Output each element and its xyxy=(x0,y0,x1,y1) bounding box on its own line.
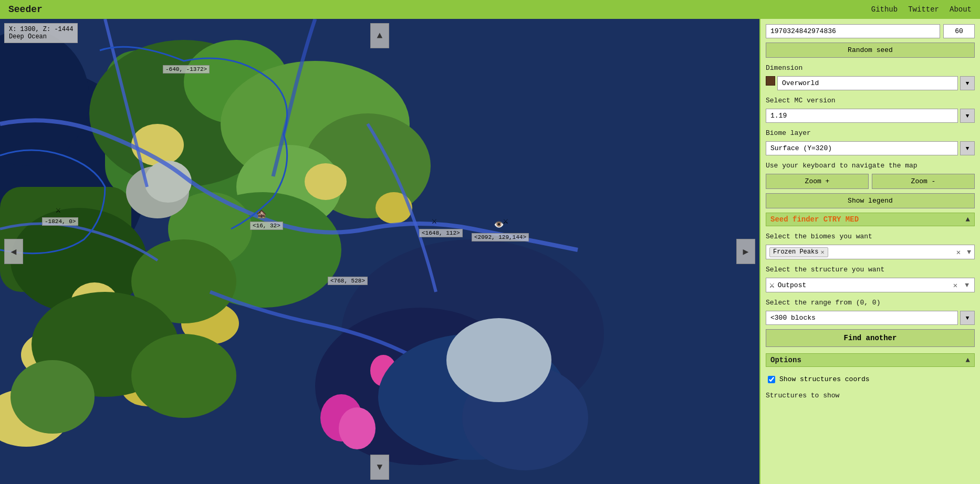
map-area[interactable]: X: 1300, Z: -1444 Deep Ocean -640, -1372… xyxy=(0,19,759,484)
structure-icon-4[interactable]: 👁️ xyxy=(494,219,504,230)
map-label-2: <16, 32> xyxy=(250,222,283,230)
biome-layer-select[interactable]: Surface (Y=320) xyxy=(766,141,958,155)
map-label-5: <768, 528> xyxy=(328,277,368,285)
dimension-icon xyxy=(766,76,775,86)
main-layout: X: 1300, Z: -1444 Deep Ocean -640, -1372… xyxy=(0,19,980,484)
options-header[interactable]: Options ▲ xyxy=(766,353,975,367)
options-title: Options xyxy=(770,356,801,364)
biome-dropdown-arrow[interactable]: ▼ xyxy=(967,248,971,256)
mc-version-select[interactable]: 1.19 xyxy=(766,109,958,123)
show-legend-button[interactable]: Show legend xyxy=(766,193,975,208)
nav-right-button[interactable]: ▶ xyxy=(736,239,755,264)
zoom-plus-button[interactable]: Zoom + xyxy=(766,174,869,189)
biome-layer-dropdown-btn[interactable]: ▼ xyxy=(960,141,975,155)
structure-label: Select the structure you want xyxy=(766,266,975,273)
range-label: Select the range from (0, 0) xyxy=(766,299,975,307)
nav-down-button[interactable]: ▼ xyxy=(370,455,389,480)
structure-clear-btn[interactable]: ✕ xyxy=(951,281,960,290)
map-coords-display: X: 1300, Z: -1444 Deep Ocean xyxy=(4,23,78,43)
structure-row[interactable]: ⚔️ Outpost ✕ ▼ xyxy=(766,278,975,292)
range-dropdown-btn[interactable]: ▼ xyxy=(960,311,975,325)
svg-point-34 xyxy=(446,318,551,402)
map-label-3: <1648, 112> xyxy=(419,229,463,237)
version-input[interactable] xyxy=(943,24,975,38)
structure-dropdown-arrow[interactable]: ▼ xyxy=(963,281,971,289)
biome-tag: Frozen Peaks ✕ xyxy=(769,247,828,257)
mc-version-label: Select MC version xyxy=(766,97,975,104)
range-select[interactable]: <300 blocks xyxy=(766,311,958,325)
show-coords-row: Show structures coords xyxy=(766,374,975,384)
find-another-button[interactable]: Find another xyxy=(766,329,975,347)
svg-point-31 xyxy=(339,407,376,449)
right-panel: Random seed Dimension Overworld ▼ Select… xyxy=(759,19,980,484)
biomes-label: Select the biomes you want xyxy=(766,233,975,240)
random-seed-button[interactable]: Random seed xyxy=(766,43,975,58)
range-row: <300 blocks ▼ xyxy=(766,311,975,325)
map-label-1: -1824, 0> xyxy=(42,217,78,226)
structures-to-show-label: Structures to show xyxy=(766,392,975,399)
structure-icon-3[interactable]: ⚔️ xyxy=(432,216,437,226)
biome-layer-row: Surface (Y=320) ▼ xyxy=(766,141,975,155)
mc-version-dropdown-btn[interactable]: ▼ xyxy=(960,109,975,123)
biome-clear-btn[interactable]: ✕ xyxy=(954,248,963,257)
map-biome-name: Deep Ocean xyxy=(9,33,73,40)
twitter-link[interactable]: Twitter xyxy=(908,5,939,14)
zoom-row: Zoom + Zoom - xyxy=(766,174,975,189)
about-link[interactable]: About xyxy=(950,5,972,14)
svg-point-27 xyxy=(131,334,236,418)
seed-finder-title: Seed finder CTRY MED xyxy=(770,215,859,224)
seed-input[interactable] xyxy=(766,24,940,38)
nav-links: Github Twitter About xyxy=(871,5,972,14)
zoom-minus-button[interactable]: Zoom - xyxy=(872,174,975,189)
dimension-dropdown-btn[interactable]: ▼ xyxy=(960,76,975,90)
seed-row xyxy=(766,24,975,38)
dimension-select[interactable]: Overworld xyxy=(777,76,958,90)
show-coords-checkbox[interactable] xyxy=(768,376,775,383)
svg-point-14 xyxy=(305,163,347,200)
keyboard-hint: Use your keyboard to navigate the map xyxy=(766,162,975,170)
github-link[interactable]: Github xyxy=(871,5,898,14)
structure-name: Outpost xyxy=(778,281,948,289)
show-coords-label[interactable]: Show structures coords xyxy=(779,375,870,383)
biome-tag-row[interactable]: Frozen Peaks ✕ ✕ ▼ xyxy=(766,245,975,259)
map-label-0: -640, -1372> xyxy=(163,65,210,73)
structure-icon-5[interactable]: ⚔️ xyxy=(503,216,508,226)
nav-up-button[interactable]: ▲ xyxy=(370,23,389,48)
dimension-row: Overworld ▼ xyxy=(766,76,975,90)
seed-finder-header[interactable]: Seed finder CTRY MED ▲ xyxy=(766,213,975,226)
map-label-4: <2092, 129,144> xyxy=(472,233,529,241)
nav-left-button[interactable]: ◀ xyxy=(4,239,23,264)
mc-version-row: 1.19 ▼ xyxy=(766,109,975,123)
svg-point-28 xyxy=(11,360,95,434)
options-collapse-icon: ▲ xyxy=(966,356,970,364)
map-coords-xy: X: 1300, Z: -1444 xyxy=(9,26,73,33)
seed-finder-collapse-icon: ▲ xyxy=(966,215,970,224)
structure-icon: ⚔️ xyxy=(769,280,775,290)
structure-icon-2[interactable]: ⚔️ xyxy=(56,205,61,215)
biome-tag-remove[interactable]: ✕ xyxy=(820,248,824,256)
app-logo: Seeder xyxy=(8,4,43,15)
top-navigation: Seeder Github Twitter About xyxy=(0,0,980,19)
map-canvas xyxy=(0,19,759,484)
biome-layer-label: Biome layer xyxy=(766,129,975,137)
seed-finder-tag: CTRY MED xyxy=(823,215,859,224)
dimension-label: Dimension xyxy=(766,64,975,72)
structure-icon-1[interactable]: 🏚️ xyxy=(256,209,267,219)
